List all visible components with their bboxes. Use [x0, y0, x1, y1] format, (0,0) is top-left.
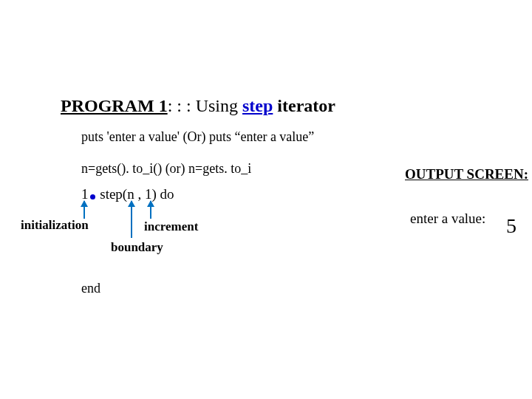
arrow-initialization	[83, 201, 85, 219]
code-line-3-a: 1	[81, 186, 89, 202]
output-text: enter a value:	[410, 211, 485, 227]
arrow-increment	[150, 201, 151, 219]
arrow-boundary	[131, 201, 132, 238]
title-step: step	[242, 96, 273, 115]
output-number: 5	[506, 214, 516, 238]
dot-icon	[90, 194, 95, 200]
output-screen-title: OUTPUT SCREEN:	[405, 166, 528, 183]
title-colon: : : : Using	[168, 96, 242, 115]
label-initialization: initialization	[21, 218, 89, 233]
code-line-3-b: step(n , 1) do	[97, 186, 174, 202]
slide: PROGRAM 1: : : Using step iterator puts …	[0, 0, 532, 399]
label-increment: increment	[144, 219, 198, 234]
label-boundary: boundary	[111, 240, 163, 255]
slide-title: PROGRAM 1: : : Using step iterator	[61, 96, 335, 116]
code-line-1: puts 'enter a value' (Or) puts “enter a …	[81, 129, 314, 145]
code-line-2: n=gets(). to_i() (or) n=gets. to_i	[81, 161, 251, 177]
title-program: PROGRAM 1	[61, 96, 168, 115]
title-rest: iterator	[273, 96, 335, 115]
code-end: end	[81, 281, 100, 296]
